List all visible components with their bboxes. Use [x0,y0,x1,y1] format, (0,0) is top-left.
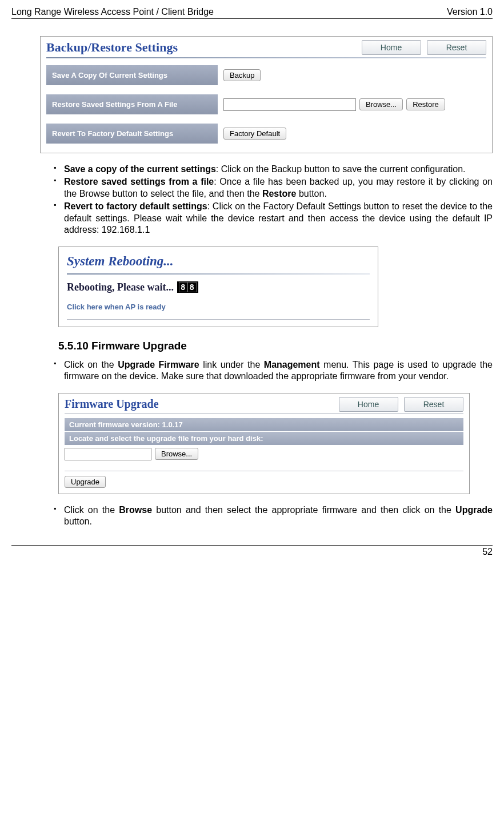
reboot-message: Rebooting, Please wait... [67,281,174,293]
doc-header-left: Long Range Wireless Access Point / Clien… [11,7,214,17]
system-rebooting-panel: System Rebooting... Rebooting, Please wa… [58,247,378,327]
list-item: Click on the Browse button and then sele… [54,504,493,528]
list-item: Restore saved settings from a file: Once… [54,176,493,200]
home-button[interactable]: Home [362,40,421,55]
factory-default-button[interactable]: Factory Default [223,128,286,140]
backup-restore-panel: Backup/Restore Settings Home Reset Save … [40,36,493,153]
list-item: Save a copy of the current settings: Cli… [54,164,493,175]
firmware-version-row: Current firmware version: 1.0.17 [65,418,463,432]
firmware-upgrade-panel: Firmware Upgrade Home Reset Current firm… [58,393,470,494]
reset-button[interactable]: Reset [404,397,463,412]
locate-file-row: Locate and select the upgrade file from … [65,432,463,446]
backup-button[interactable]: Backup [223,69,261,81]
restore-button[interactable]: Restore [406,98,445,110]
countdown-icon: 88 [177,281,198,293]
browse-button[interactable]: Browse... [359,98,403,110]
reset-button[interactable]: Reset [427,40,486,55]
upgrade-file-input[interactable] [65,448,151,460]
browse-button[interactable]: Browse... [155,448,198,460]
doc-header-right: Version 1.0 [447,7,493,17]
section-heading: 5.5.10 Firmware Upgrade [58,340,493,352]
restore-file-label: Restore Saved Settings From A File [46,94,218,114]
ap-ready-link[interactable]: Click here when AP is ready [67,303,370,311]
factory-default-label: Revert To Factory Default Settings [46,124,218,144]
panel-title: Firmware Upgrade [65,397,159,411]
divider [67,319,370,320]
upgrade-button[interactable]: Upgrade [65,476,106,488]
divider [65,471,463,471]
save-copy-label: Save A Copy Of Current Settings [46,65,218,85]
home-button[interactable]: Home [339,397,398,412]
list-item: Revert to factory default settings: Clic… [54,201,493,236]
page-number: 52 [482,547,493,556]
divider [46,57,486,58]
divider [67,273,370,275]
reboot-title: System Rebooting... [67,254,370,269]
panel-title: Backup/Restore Settings [46,40,178,55]
list-item: Click on the Upgrade Firmware link under… [54,359,493,383]
divider [65,413,463,414]
restore-file-input[interactable] [223,98,356,111]
